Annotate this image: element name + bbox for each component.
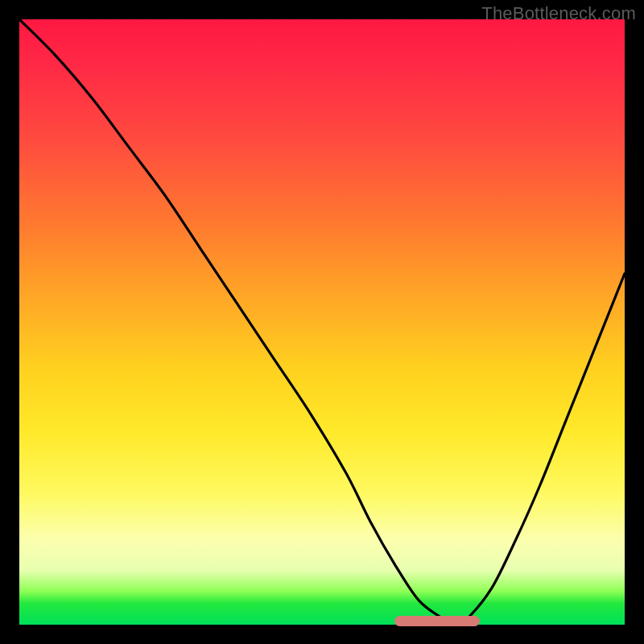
chart-frame: TheBottleneck.com	[0, 0, 644, 644]
curve-path	[19, 19, 625, 625]
bottleneck-curve	[19, 19, 625, 625]
valley-marker-bar	[394, 616, 479, 626]
plot-outer	[19, 19, 625, 625]
watermark-text: TheBottleneck.com	[481, 3, 636, 24]
